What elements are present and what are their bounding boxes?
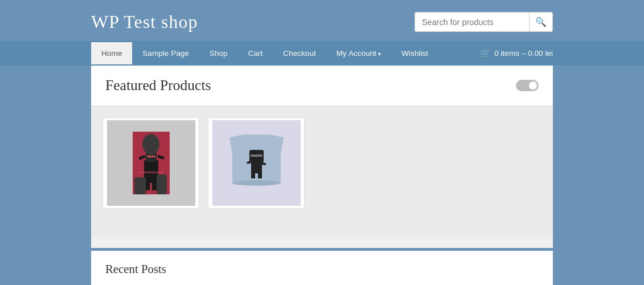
nav-item-shop[interactable]: Shop [199, 42, 238, 64]
cart-label: 0 items – 0.00 lei [494, 49, 553, 58]
product-1-image [107, 120, 195, 206]
products-area [91, 106, 553, 220]
featured-header: Featured Products [91, 66, 553, 106]
nav-item-cart[interactable]: Cart [238, 42, 273, 64]
search-button[interactable]: 🔍 [529, 13, 552, 31]
svg-rect-21 [251, 162, 262, 173]
svg-rect-25 [258, 173, 262, 178]
featured-title: Featured Products [105, 77, 211, 94]
nav-items: Home Sample Page Shop Cart Checkout My A… [91, 42, 480, 64]
main-nav: Home Sample Page Shop Cart Checkout My A… [0, 41, 644, 66]
nav-item-wishlist[interactable]: Wishlist [391, 42, 438, 64]
svg-rect-10 [157, 174, 167, 194]
content-wrapper: Featured Products [91, 66, 553, 248]
bottom-section: Recent Posts [91, 251, 553, 285]
toggle-button[interactable] [516, 80, 539, 91]
site-header: WP Test shop 🔍 [0, 0, 644, 41]
my-account-chevron: ▾ [378, 50, 381, 57]
svg-rect-4 [147, 156, 155, 157]
svg-rect-9 [134, 177, 146, 194]
nav-item-checkout[interactable]: Checkout [273, 42, 326, 64]
search-input[interactable] [415, 13, 529, 31]
product-card-1[interactable] [102, 117, 199, 209]
svg-point-18 [232, 180, 280, 186]
search-bar: 🔍 [415, 12, 553, 32]
nav-item-my-account[interactable]: My Account ▾ [326, 42, 391, 64]
product-2-image [212, 120, 301, 206]
cart-icon: 🛒 [480, 48, 491, 59]
nav-item-home[interactable]: Home [91, 42, 132, 64]
content-filler [91, 220, 553, 237]
nav-item-sample-page[interactable]: Sample Page [132, 42, 199, 64]
svg-rect-20 [251, 154, 262, 157]
product-card-2[interactable] [208, 117, 305, 209]
site-title[interactable]: WP Test shop [91, 11, 198, 32]
recent-posts-panel: Recent Posts [91, 251, 553, 285]
svg-point-11 [142, 134, 159, 154]
cart-area[interactable]: 🛒 0 items – 0.00 lei [480, 41, 553, 66]
svg-rect-12 [138, 172, 164, 173]
svg-rect-24 [251, 173, 255, 178]
recent-posts-title: Recent Posts [105, 262, 539, 276]
